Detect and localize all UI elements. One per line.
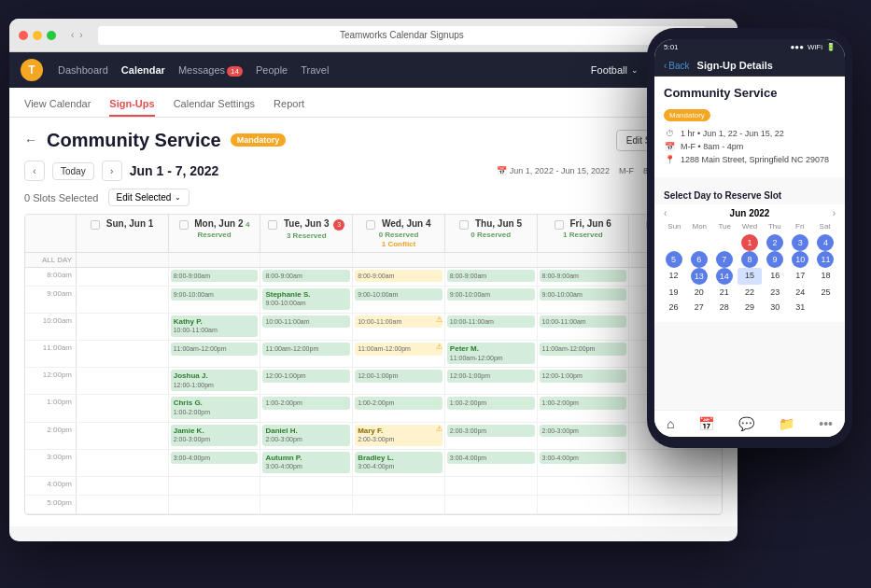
phone-cal-day-2[interactable]: 2	[766, 234, 783, 251]
event-tue-11am[interactable]: 11:00am-12:00pm	[262, 343, 350, 356]
event-mon-9am[interactable]: 9:00-10:00am	[171, 288, 259, 301]
cal-header-fri[interactable]: Fri, Jun 6 1 Reserved	[538, 215, 630, 252]
event-thu-9am[interactable]: 9:00-10:00am	[447, 288, 535, 301]
phone-cal-day-15[interactable]: 15	[738, 268, 761, 285]
event-tue-9am[interactable]: Stephanie S.9:00-10:00am	[262, 288, 350, 310]
cell-thu-2pm[interactable]: 2:00-3:00pm	[445, 423, 538, 449]
cell-tue-3pm[interactable]: Autumn P.3:00-4:00pm	[260, 450, 353, 476]
next-week-button[interactable]: ›	[102, 161, 122, 181]
cell-mon-9am[interactable]: 9:00-10:00am	[169, 287, 261, 313]
cell-wed-3pm[interactable]: Bradley L.3:00-4:00pm	[353, 450, 445, 476]
phone-cal-day-16[interactable]: 16	[764, 268, 787, 285]
nav-calendar[interactable]: Calendar	[121, 64, 165, 76]
cell-wed-11am[interactable]: 11:00am-12:00pm⚠	[353, 341, 445, 367]
sub-nav-report[interactable]: Report	[274, 98, 304, 117]
cell-thu-8am[interactable]: 8:00-9:00am	[445, 268, 538, 286]
cell-mon-11am[interactable]: 11:00am-12:00pm	[169, 341, 261, 367]
cell-wed-1pm[interactable]: 1:00-2:00pm	[353, 395, 445, 421]
cal-header-wed[interactable]: Wed, Jun 4 0 Reserved 1 Conflict	[353, 215, 445, 252]
phone-cal-day-10[interactable]: 10	[792, 251, 808, 268]
cell-fri-8am[interactable]: 8:00-9:00am	[538, 268, 630, 286]
cell-tue-1pm[interactable]: 1:00-2:00pm	[260, 395, 353, 421]
cell-mon-4pm[interactable]	[169, 477, 261, 495]
cell-tue-5pm[interactable]	[260, 496, 353, 513]
sun-checkbox[interactable]	[91, 220, 100, 230]
phone-cal-day-19[interactable]: 19	[662, 285, 685, 300]
cell-thu-12pm[interactable]: 12:00-1:00pm	[445, 368, 538, 394]
cell-mon-3pm[interactable]: 3:00-4:00pm	[169, 450, 261, 476]
event-tue-8am[interactable]: 8:00-9:00am	[262, 270, 350, 283]
phone-nav-home[interactable]: ⌂	[667, 416, 674, 431]
tue-checkbox[interactable]	[268, 220, 277, 230]
cell-sat-5pm[interactable]	[629, 496, 722, 513]
event-thu-12pm[interactable]: 12:00-1:00pm	[447, 370, 535, 383]
cell-fri-2pm[interactable]: 2:00-3:00pm	[538, 423, 630, 449]
phone-cal-day-7[interactable]: 7	[716, 251, 733, 268]
event-fri-10am[interactable]: 10:00-11:00am	[540, 315, 627, 329]
phone-cal-day-1[interactable]: 1	[741, 234, 758, 251]
phone-nav-messages[interactable]: 💬	[738, 416, 754, 431]
cal-header-thu[interactable]: Thu, Jun 5 0 Reserved	[445, 215, 538, 252]
event-tue-3pm[interactable]: Autumn P.3:00-4:00pm	[262, 452, 350, 473]
event-thu-8am[interactable]: 8:00-9:00am	[447, 270, 535, 283]
event-fri-9am[interactable]: 9:00-10:00am	[540, 288, 627, 301]
phone-cal-day-20[interactable]: 20	[687, 285, 710, 300]
event-thu-3pm[interactable]: 3:00-4:00pm	[447, 452, 535, 465]
cell-tue-10am[interactable]: 10:00-11:00am	[260, 314, 353, 340]
event-wed-9am[interactable]: 9:00-10:00am	[355, 288, 443, 301]
back-button[interactable]: ←	[24, 133, 37, 147]
event-mon-1pm[interactable]: Chris G.1:00-2:00pm	[171, 397, 259, 418]
event-wed-10am[interactable]: 10:00-11:00am	[355, 315, 443, 329]
cell-sun-11am[interactable]	[77, 341, 169, 367]
traffic-light-red[interactable]	[19, 31, 28, 40]
sub-nav-view-calendar[interactable]: View Calendar	[24, 98, 91, 117]
cell-mon-8am[interactable]: 8:00-9:00am	[169, 268, 261, 286]
phone-nav-more[interactable]: •••	[819, 416, 833, 431]
cell-mon-10am[interactable]: Kathy P.10:00-11:00am	[169, 314, 261, 340]
cell-sun-10am[interactable]	[77, 314, 169, 340]
nav-people[interactable]: People	[256, 64, 288, 76]
phone-cal-day-28[interactable]: 28	[712, 300, 736, 315]
phone-cal-day-8[interactable]: 8	[741, 251, 758, 268]
cell-mon-1pm[interactable]: Chris G.1:00-2:00pm	[169, 395, 261, 421]
cell-tue-9am[interactable]: Stephanie S.9:00-10:00am	[260, 287, 353, 313]
cell-wed-2pm[interactable]: Mary F.2:00-3:00pm⚠	[353, 423, 445, 449]
phone-cal-day-6[interactable]: 6	[691, 251, 708, 268]
phone-cal-day-21[interactable]: 21	[712, 285, 736, 300]
phone-cal-day-29[interactable]: 29	[738, 300, 761, 315]
cell-thu-5pm[interactable]	[445, 496, 538, 513]
phone-cal-prev[interactable]: ‹	[664, 208, 667, 218]
traffic-light-yellow[interactable]	[33, 31, 42, 40]
event-wed-3pm[interactable]: Bradley L.3:00-4:00pm	[355, 452, 443, 473]
phone-cal-day-9[interactable]: 9	[766, 251, 783, 268]
cell-fri-11am[interactable]: 11:00am-12:00pm	[538, 341, 630, 367]
event-wed-2pm[interactable]: Mary F.2:00-3:00pm	[355, 425, 443, 446]
cell-mon-2pm[interactable]: Jamie K.2:00-3:00pm	[169, 423, 261, 449]
phone-cal-day-11[interactable]: 11	[817, 251, 834, 268]
event-tue-1pm[interactable]: 1:00-2:00pm	[262, 397, 350, 410]
event-tue-12pm[interactable]: 12:00-1:00pm	[262, 370, 350, 383]
phone-cal-day-31[interactable]: 31	[789, 300, 812, 315]
wed-checkbox[interactable]	[366, 220, 375, 230]
phone-cal-next[interactable]: ›	[833, 208, 836, 218]
event-tue-2pm[interactable]: Daniel H.2:00-3:00pm	[262, 425, 350, 446]
cell-tue-8am[interactable]: 8:00-9:00am	[260, 268, 353, 286]
event-mon-3pm[interactable]: 3:00-4:00pm	[171, 452, 259, 465]
event-mon-8am[interactable]: 8:00-9:00am	[171, 270, 259, 283]
phone-cal-day-27[interactable]: 27	[687, 300, 710, 315]
cell-wed-10am[interactable]: 10:00-11:00am⚠	[353, 314, 445, 340]
cell-sun-8am[interactable]	[77, 268, 169, 286]
nav-dashboard[interactable]: Dashboard	[58, 64, 108, 76]
fri-checkbox[interactable]	[555, 220, 564, 230]
phone-cal-day-24[interactable]: 24	[789, 285, 812, 300]
nav-messages[interactable]: Messages14	[178, 64, 243, 76]
cell-wed-5pm[interactable]	[353, 496, 445, 513]
event-thu-11am[interactable]: Peter M.11:00am-12:00pm	[447, 343, 535, 364]
phone-cal-day-30[interactable]: 30	[764, 300, 787, 315]
edit-selected-button[interactable]: Edit Selected ⌄	[108, 189, 190, 206]
phone-cal-day-5[interactable]: 5	[666, 251, 682, 268]
cell-sun-3pm[interactable]	[77, 450, 169, 476]
cell-thu-11am[interactable]: Peter M.11:00am-12:00pm	[445, 341, 538, 367]
thu-checkbox[interactable]	[459, 220, 469, 230]
cell-thu-3pm[interactable]: 3:00-4:00pm	[445, 450, 538, 476]
